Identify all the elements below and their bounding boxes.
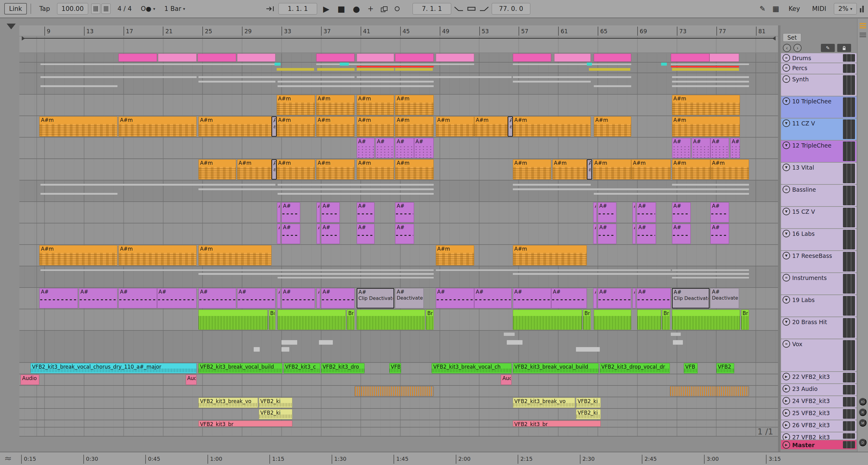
link-button[interactable]: Link (4, 3, 27, 14)
clip[interactable]: A# (277, 224, 280, 244)
clip[interactable]: VFB2_kit3_break_vocal_chorus_dry_110_a#_… (31, 363, 196, 373)
track-fold-icon[interactable]: ▶ (782, 441, 790, 449)
clip[interactable]: A# (357, 224, 374, 244)
clip[interactable] (594, 54, 631, 62)
clip[interactable]: A#m (237, 159, 272, 180)
track-header-19-labs[interactable]: ▼19 Labs (781, 295, 857, 317)
clip[interactable]: A# (237, 288, 276, 309)
clip[interactable]: A#ac (272, 159, 276, 180)
clip[interactable] (118, 54, 157, 62)
clip[interactable]: A# (321, 288, 354, 309)
track-fold-icon[interactable]: ▶ (782, 373, 790, 380)
clip[interactable]: VFB2_kit3_br (198, 420, 292, 427)
clip[interactable]: A# (710, 224, 729, 244)
clip[interactable]: A#m (594, 116, 631, 137)
clip[interactable]: A# (593, 288, 596, 309)
clip[interactable]: VFB2_ki (576, 398, 601, 408)
clip[interactable] (594, 310, 631, 330)
clip[interactable] (197, 54, 236, 62)
clip[interactable]: A# (672, 138, 691, 158)
group-fold-icon[interactable]: ≡ (782, 75, 790, 83)
cpu-meter[interactable]: 2% ▾ (834, 3, 857, 14)
clip[interactable]: A# (632, 202, 636, 223)
clip[interactable]: A# (598, 288, 631, 309)
clip[interactable]: A# (198, 288, 236, 309)
clip[interactable]: A# (281, 202, 300, 223)
clip[interactable]: A# (277, 202, 280, 223)
browser-toggle-icon[interactable] (860, 23, 866, 28)
clip[interactable]: VFB2_kit3_break_vo (513, 398, 575, 408)
clip[interactable]: A# (39, 288, 78, 309)
clip[interactable]: A#m (277, 116, 315, 137)
clip[interactable]: A# (598, 202, 616, 223)
key-map-button[interactable]: Key (784, 3, 805, 14)
clip[interactable]: Audio (21, 375, 39, 385)
clip[interactable]: A# (79, 288, 118, 309)
lane-bassline[interactable] (19, 180, 778, 202)
track-fold-icon[interactable]: ▼ (782, 230, 790, 237)
lane-20-brass-hit[interactable]: BraBraBraBraBraBra (19, 309, 778, 331)
capture-midi-button[interactable] (392, 3, 402, 15)
clip[interactable]: A# (395, 224, 414, 244)
clip[interactable] (513, 54, 552, 62)
clip[interactable]: A#m (198, 159, 236, 180)
track-fold-icon[interactable]: ▼ (782, 119, 790, 127)
lane-11-cz-v[interactable]: A#mA#mA#mA#acA#mA#mA#mA#mA#mA#mA#acA#mA#… (19, 116, 778, 138)
track-fold-icon[interactable]: ▼ (782, 318, 790, 326)
group-fold-icon[interactable]: ≡ (782, 340, 790, 348)
loop-brace[interactable] (22, 38, 775, 41)
clip[interactable]: A#m (672, 159, 711, 180)
history-back-button[interactable]: ‹ (783, 44, 791, 52)
clip[interactable]: A# (118, 288, 157, 309)
clip[interactable]: A#m (513, 159, 552, 180)
track-header-20-brass-hit[interactable]: ▼20 Brass Hit (781, 317, 857, 339)
group-fold-icon[interactable]: ≡ (782, 64, 790, 71)
clip[interactable]: A# (357, 202, 374, 223)
loop-length-field[interactable]: 77. 0. 0 (492, 3, 530, 14)
track-header-percs[interactable]: ≡Percs (781, 63, 857, 74)
clip[interactable]: A#Deactivated (395, 288, 424, 309)
lane-percs[interactable] (19, 63, 778, 73)
lane-vox[interactable] (19, 331, 778, 363)
clip[interactable] (395, 54, 434, 62)
track-header-26-vfb2-kit3[interactable]: ▶26 VFB2_kit3 (781, 420, 857, 432)
clip[interactable]: VFB2_kit3_drop_vocal_dr (600, 363, 670, 373)
lane-19-labs[interactable]: A#A#A#A#A#A#A#A#A#A#A#Clip DeactivatedA#… (19, 288, 778, 309)
lane-27-vfb2-kit3[interactable]: VFB2_kit3_brVFB2_kit3_br (19, 420, 778, 428)
clip[interactable]: A#m (357, 95, 394, 115)
clip[interactable]: A#m (277, 159, 315, 180)
nudge-up-button[interactable] (101, 4, 111, 14)
clip[interactable]: A# (357, 138, 374, 158)
clip[interactable] (671, 54, 709, 62)
clip[interactable] (278, 310, 346, 330)
time-signature-field[interactable]: 4 / 4 (113, 3, 136, 14)
set-button[interactable]: Set (783, 33, 801, 42)
track-header-master[interactable]: ▶Master (781, 440, 857, 449)
clip[interactable] (670, 386, 749, 396)
lane-22-vfb2-kit3[interactable]: VFB2_kit3_break_vocal_chorus_dry_110_a#_… (19, 363, 778, 374)
clip[interactable]: A#Clip Deactivated (357, 288, 394, 309)
lane-16-labs[interactable]: A#A#A#A#A#A#A#A#A#A#A#A# (19, 224, 778, 245)
clip[interactable]: A#m (436, 116, 474, 137)
clip[interactable] (357, 310, 425, 330)
play-button[interactable]: ▶ (320, 3, 332, 15)
lane-23-audio[interactable]: AudioAudioAudio (19, 374, 778, 386)
clip[interactable]: A#m (436, 245, 474, 265)
group-fold-icon[interactable]: ≡ (782, 274, 790, 282)
clip[interactable]: A# (157, 288, 196, 309)
clip[interactable]: A# (710, 138, 729, 158)
mixer-section-toggle[interactable]: M (859, 419, 867, 427)
clip[interactable]: A# (672, 202, 691, 223)
punch-in-button[interactable] (454, 3, 464, 15)
quantization-menu[interactable]: 1 Bar ▾ (160, 3, 190, 14)
clip[interactable]: VFB2_ki (259, 398, 292, 408)
clip[interactable]: A#m (672, 95, 740, 115)
lane-24-vfb2-kit3[interactable] (19, 386, 778, 397)
clip[interactable]: A#m (593, 159, 631, 180)
clip[interactable]: A#m (710, 159, 749, 180)
automation-arm-button[interactable] (379, 3, 389, 15)
lane-instruments[interactable] (19, 266, 778, 288)
clip[interactable]: A# (632, 224, 636, 244)
clip[interactable]: A# (692, 138, 710, 158)
clip[interactable]: VFB2 (716, 363, 734, 373)
